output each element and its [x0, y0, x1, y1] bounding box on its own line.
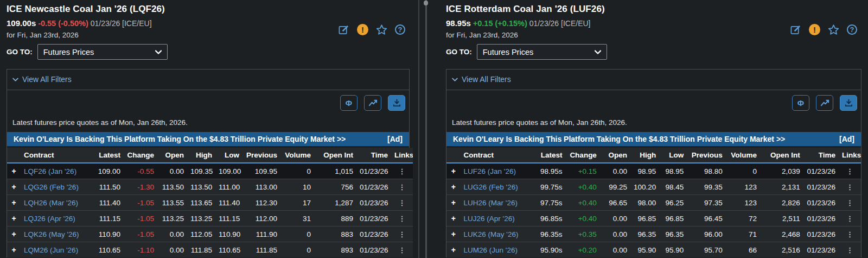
col-header-latest[interactable]: Latest: [90, 148, 124, 163]
goto-select[interactable]: Futures Prices: [477, 44, 607, 60]
contract-link[interactable]: LUM26 (Jun '26): [464, 246, 518, 254]
col-header-high[interactable]: High: [187, 148, 215, 163]
flipcharts-icon: Φ: [346, 98, 352, 108]
col-header-open-int[interactable]: Open Int: [314, 148, 356, 163]
col-header-volume[interactable]: Volume: [726, 148, 760, 163]
links-kebab-icon[interactable]: ⋮: [839, 226, 861, 242]
col-header-contract[interactable]: Contract: [461, 148, 532, 163]
col-header-previous[interactable]: Previous: [687, 148, 725, 163]
contract-link[interactable]: LQK26 (May '26): [24, 230, 79, 238]
edit-notes-icon[interactable]: [790, 24, 801, 35]
cell-open_int: 2,468: [760, 226, 803, 242]
cell-previous: 112.30: [242, 195, 280, 211]
col-header-volume[interactable]: Volume: [280, 148, 314, 163]
col-header-links[interactable]: Links: [391, 148, 413, 163]
cell-high: 112.05: [187, 226, 215, 242]
col-header-time[interactable]: Time: [803, 148, 839, 163]
expand-row-button[interactable]: +: [446, 226, 461, 242]
links-kebab-icon[interactable]: ⋮: [391, 242, 413, 258]
links-kebab-icon[interactable]: ⋮: [391, 226, 413, 242]
help-icon[interactable]: ?: [847, 24, 857, 35]
contract-link[interactable]: LUG26 (Feb '26): [464, 183, 518, 191]
col-header-latest[interactable]: Latest: [531, 148, 565, 163]
goto-select-value: Futures Prices: [43, 48, 94, 56]
flipcharts-button[interactable]: Φ: [792, 95, 809, 111]
contract-link[interactable]: LQJ26 (Apr '26): [24, 215, 75, 223]
goto-select[interactable]: Futures Prices: [37, 44, 168, 60]
contract-link[interactable]: LQH26 (Mar '26): [24, 199, 78, 207]
expand-row-button[interactable]: +: [446, 195, 461, 211]
contract-link[interactable]: LUJ26 (Apr '26): [464, 215, 515, 223]
expand-row-button[interactable]: +: [446, 179, 461, 195]
quote-date: 01/23/26 [ICE/EU]: [529, 19, 591, 28]
links-kebab-icon[interactable]: ⋮: [391, 195, 413, 211]
table-row: +LQF26 (Jan '26)109.00-0.550.00109.35109…: [7, 163, 413, 179]
expand-row-button[interactable]: +: [7, 211, 21, 226]
expand-row-button[interactable]: +: [7, 226, 21, 242]
download-button[interactable]: [840, 95, 857, 111]
edit-notes-icon[interactable]: [338, 24, 349, 35]
view-all-filters-toggle[interactable]: View All Filters: [7, 70, 409, 90]
links-kebab-icon[interactable]: ⋮: [391, 211, 413, 226]
col-header-previous[interactable]: Previous: [242, 148, 280, 163]
ad-banner[interactable]: Kevin O'Leary Is Backing This Platform T…: [7, 132, 409, 146]
scrollbar-track[interactable]: [425, 0, 427, 258]
col-header-contract[interactable]: Contract: [21, 148, 90, 163]
links-kebab-icon[interactable]: ⋮: [391, 163, 413, 179]
col-header-open-int[interactable]: Open Int: [760, 148, 803, 163]
goto-select-value: Futures Prices: [483, 48, 533, 56]
contract-link[interactable]: LQF26 (Jan '26): [24, 167, 76, 175]
cell-time: 01/23/26: [356, 226, 391, 242]
expand-row-button[interactable]: +: [7, 195, 21, 211]
table-row: +LQH26 (Mar '26)111.40-1.05113.55113.651…: [7, 195, 413, 211]
cell-time: 01/23/26: [803, 211, 839, 226]
expand-row-button[interactable]: +: [7, 242, 21, 258]
ad-banner[interactable]: Kevin O'Leary Is Backing This Platform T…: [446, 132, 861, 146]
favorite-star-icon[interactable]: [828, 24, 839, 35]
cell-open: 0.00: [600, 242, 630, 258]
col-header-links[interactable]: Links: [839, 148, 861, 163]
favorite-star-icon[interactable]: [376, 24, 387, 35]
alert-icon[interactable]: !: [809, 24, 820, 35]
contract-link[interactable]: LUK26 (May '26): [464, 230, 519, 238]
links-kebab-icon[interactable]: ⋮: [839, 179, 861, 195]
download-icon: [845, 99, 853, 107]
col-header-high[interactable]: High: [630, 148, 659, 163]
flipcharts-button[interactable]: Φ: [340, 95, 358, 111]
links-kebab-icon[interactable]: ⋮: [839, 195, 861, 211]
contract-link[interactable]: LUH26 (Mar '26): [464, 199, 518, 207]
col-header-open[interactable]: Open: [157, 148, 187, 163]
col-header-change[interactable]: Change: [566, 148, 600, 163]
col-header-change[interactable]: Change: [124, 148, 157, 163]
cell-contract: LUF26 (Jan '26): [461, 163, 532, 179]
cell-low: 95.90: [659, 242, 687, 258]
cell-previous: 111.85: [242, 242, 280, 258]
expand-row-button[interactable]: +: [446, 211, 461, 226]
expand-row-button[interactable]: +: [7, 163, 21, 179]
expand-row-button[interactable]: +: [446, 242, 461, 258]
contract-link[interactable]: LQG26 (Feb '26): [24, 183, 79, 191]
expand-row-button[interactable]: +: [446, 163, 461, 179]
header-icons: ! ?: [790, 24, 857, 35]
expand-row-button[interactable]: +: [7, 179, 21, 195]
links-kebab-icon[interactable]: ⋮: [839, 163, 861, 179]
help-icon[interactable]: ?: [395, 24, 405, 35]
table-toolbar: Φ: [7, 90, 409, 116]
contract-link[interactable]: LUF26 (Jan '26): [464, 167, 516, 175]
links-kebab-icon[interactable]: ⋮: [391, 179, 413, 195]
col-header-low[interactable]: Low: [659, 148, 687, 163]
links-kebab-icon[interactable]: ⋮: [839, 242, 861, 258]
col-header-low[interactable]: Low: [215, 148, 242, 163]
chart-button[interactable]: [364, 95, 381, 111]
last-price: 98.95s: [446, 18, 471, 28]
download-button[interactable]: [388, 95, 405, 111]
alert-icon[interactable]: !: [357, 24, 368, 35]
scrollbar-thumb[interactable]: [424, 1, 428, 5]
col-header-open[interactable]: Open: [600, 148, 630, 163]
contract-link[interactable]: LQM26 (Jun '26): [24, 246, 78, 254]
cell-open: 0.00: [157, 163, 187, 179]
col-header-time[interactable]: Time: [356, 148, 391, 163]
view-all-filters-toggle[interactable]: View All Filters: [446, 70, 861, 90]
links-kebab-icon[interactable]: ⋮: [839, 211, 861, 226]
chart-button[interactable]: [816, 95, 833, 111]
